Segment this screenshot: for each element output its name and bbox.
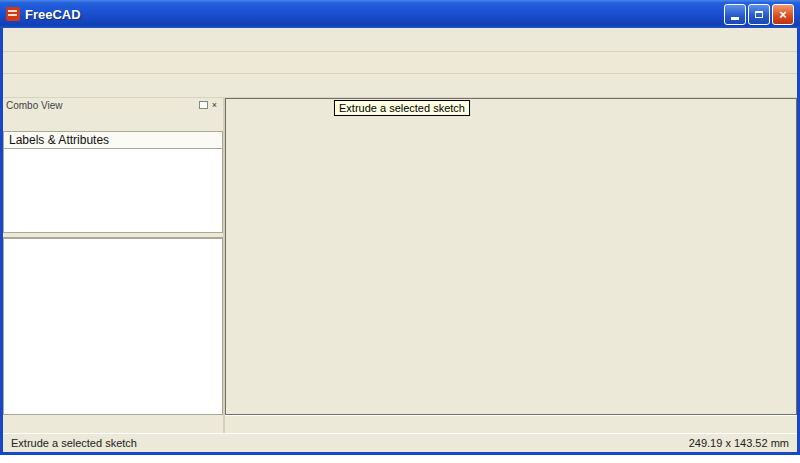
status-message: Extrude a selected sketch xyxy=(11,437,689,449)
view-data-tabs xyxy=(3,415,223,433)
close-icon: × xyxy=(779,8,787,21)
panel-close-icon[interactable]: × xyxy=(209,100,220,111)
window-title: FreeCAD xyxy=(25,7,722,22)
title-bar[interactable]: FreeCAD × xyxy=(0,0,800,28)
3d-viewport[interactable]: Extrude a selected sketch xyxy=(225,98,797,415)
viewport-dimensions: 249.19 x 143.52 mm xyxy=(689,437,789,449)
close-button[interactable]: × xyxy=(772,4,794,25)
restore-button[interactable] xyxy=(748,4,770,25)
restore-icon xyxy=(755,11,763,18)
property-editor-empty xyxy=(3,239,223,415)
window-body: Combo View × Labels & Attributes Extrude… xyxy=(3,28,797,452)
minimize-button[interactable] xyxy=(724,4,746,25)
toolbar-standard xyxy=(3,52,797,74)
mdi-tab-bar xyxy=(225,415,797,433)
minimize-icon xyxy=(731,17,739,20)
combo-view-tabs xyxy=(3,112,223,132)
tree-header: Labels & Attributes xyxy=(3,132,223,149)
status-bar: Extrude a selected sketch 249.19 x 143.5… xyxy=(3,433,797,452)
freecad-logo-icon xyxy=(6,7,20,21)
combo-view-titlebar[interactable]: Combo View × xyxy=(3,98,223,112)
panel-undock-icon[interactable] xyxy=(199,101,208,109)
model-tree xyxy=(3,149,223,233)
combo-view-panel: Combo View × Labels & Attributes xyxy=(3,98,225,433)
toolbar-view-part xyxy=(3,74,797,98)
tooltip: Extrude a selected sketch xyxy=(334,100,470,116)
combo-view-title: Combo View xyxy=(6,100,198,111)
freecad-window: FreeCAD × Combo View × Labels & Attribut… xyxy=(0,0,800,463)
menu-bar xyxy=(3,28,797,52)
desktop-below-window xyxy=(0,455,800,463)
